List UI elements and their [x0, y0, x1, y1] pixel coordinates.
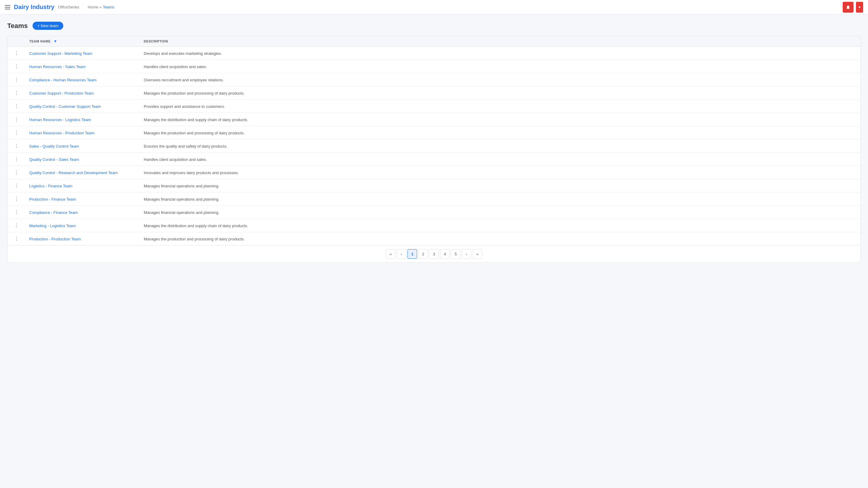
team-name-link[interactable]: Customer Support - Marketing Team — [29, 51, 92, 56]
row-actions-cell: ⋮ — [7, 139, 26, 153]
row-menu-button[interactable]: ⋮ — [12, 182, 21, 189]
row-description-cell: Manages the production and processing of… — [140, 126, 861, 139]
team-description: Manages financial operations and plannin… — [144, 184, 219, 188]
row-menu-button[interactable]: ⋮ — [12, 129, 21, 136]
row-team-name-cell: Compliance - Human Resources Team — [26, 73, 140, 87]
row-description-cell: Provides support and assistance to custo… — [140, 100, 861, 113]
pagination-page-5[interactable]: 5 — [451, 249, 461, 259]
pagination-page-2[interactable]: 2 — [418, 249, 428, 259]
team-description: Oversees recruitment and employee relati… — [144, 78, 224, 82]
team-name-link[interactable]: Compliance - Human Resources Team — [29, 78, 96, 82]
row-menu-button[interactable]: ⋮ — [12, 50, 21, 57]
row-description-cell: Manages the production and processing of… — [140, 232, 861, 246]
row-team-name-cell: Customer Support - Marketing Team — [26, 47, 140, 60]
team-name-link[interactable]: Quality Control - Research and Developme… — [29, 170, 118, 175]
col-header-desc: DESCRIPTION — [140, 36, 861, 47]
team-description: Innovates and improves dairy products an… — [144, 170, 239, 175]
row-menu-button[interactable]: ⋮ — [12, 209, 21, 216]
pagination-page-1[interactable]: 1 — [407, 249, 417, 259]
row-menu-button[interactable]: ⋮ — [12, 90, 21, 96]
row-actions-cell: ⋮ — [7, 206, 26, 219]
team-description: Manages financial operations and plannin… — [144, 210, 219, 215]
team-description: Manages the production and processing of… — [144, 131, 245, 135]
table-row: ⋮Human Resources - Production TeamManage… — [7, 126, 861, 139]
hamburger-menu-button[interactable] — [5, 5, 10, 9]
row-menu-button[interactable]: ⋮ — [12, 76, 21, 83]
team-description: Manages the production and processing of… — [144, 237, 245, 241]
team-name-link[interactable]: Customer Support - Production Team — [29, 91, 94, 96]
col-header-name: TEAM NAME ▼ — [26, 36, 140, 47]
row-team-name-cell: Quality Control - Sales Team — [26, 153, 140, 166]
pagination-page-3[interactable]: 3 — [429, 249, 439, 259]
row-menu-button[interactable]: ⋮ — [12, 222, 21, 229]
pagination-prev-button[interactable]: ‹ — [397, 249, 406, 259]
app-header: Dairy Industry OfficeSeries Home » Teams… — [0, 0, 868, 14]
breadcrumb-home-link[interactable]: Home — [88, 5, 98, 9]
row-menu-button[interactable]: ⋮ — [12, 116, 21, 123]
team-name-link[interactable]: Sales - Quality Control Team — [29, 144, 79, 149]
page-header: Teams + New team — [7, 22, 861, 30]
breadcrumb-separator: » — [99, 5, 101, 9]
row-actions-cell: ⋮ — [7, 100, 26, 113]
team-name-link[interactable]: Human Resources - Logistics Team — [29, 118, 91, 122]
team-description: Handles client acquisition and sales. — [144, 64, 207, 69]
row-team-name-cell: Compliance - Finance Team — [26, 206, 140, 219]
pagination-last-button[interactable]: » — [472, 249, 482, 259]
header-dropdown-button[interactable]: ▼ — [856, 2, 863, 13]
row-menu-button[interactable]: ⋮ — [12, 142, 21, 150]
team-name-link[interactable]: Logistics - Finance Team — [29, 184, 73, 188]
row-menu-button[interactable]: ⋮ — [12, 169, 21, 176]
team-description: Manages the distribution and supply chai… — [144, 224, 248, 228]
table-row: ⋮Customer Support - Production TeamManag… — [7, 87, 861, 100]
pagination-next-button[interactable]: › — [462, 249, 471, 259]
row-menu-button[interactable]: ⋮ — [12, 156, 21, 163]
team-name-link[interactable]: Compliance - Finance Team — [29, 210, 78, 215]
row-menu-button[interactable]: ⋮ — [12, 103, 21, 110]
row-team-name-cell: Quality Control - Research and Developme… — [26, 166, 140, 179]
table-row: ⋮Human Resources - Sales TeamHandles cli… — [7, 60, 861, 73]
main-content: Teams + New team TEAM NAME ▼ DESCRIPTION… — [0, 14, 868, 270]
breadcrumb: Home » Teams — [88, 5, 114, 9]
row-actions-cell: ⋮ — [7, 166, 26, 179]
pagination-page-4[interactable]: 4 — [440, 249, 450, 259]
team-name-link[interactable]: Quality Control - Sales Team — [29, 157, 79, 162]
row-actions-cell: ⋮ — [7, 47, 26, 60]
row-menu-button[interactable]: ⋮ — [12, 195, 21, 202]
row-team-name-cell: Quality Control - Customer Support Team — [26, 100, 140, 113]
breadcrumb-current: Teams — [103, 5, 114, 9]
row-description-cell: Manages the production and processing of… — [140, 87, 861, 100]
pagination: « ‹ 1 2 3 4 5 › » — [7, 245, 861, 262]
team-name-link[interactable]: Human Resources - Production Team — [29, 131, 95, 135]
table-row: ⋮Production - Finance TeamManages financ… — [7, 193, 861, 206]
pagination-first-button[interactable]: « — [386, 249, 396, 259]
teams-table-body: ⋮Customer Support - Marketing TeamDevelo… — [7, 47, 861, 246]
row-actions-cell: ⋮ — [7, 60, 26, 73]
team-name-link[interactable]: Marketing - Logistics Team — [29, 224, 76, 228]
row-menu-button[interactable]: ⋮ — [12, 63, 21, 70]
chevron-down-icon: ▼ — [858, 5, 861, 9]
row-team-name-cell: Sales - Quality Control Team — [26, 139, 140, 153]
team-name-link[interactable]: Quality Control - Customer Support Team — [29, 104, 101, 109]
notifications-button[interactable] — [843, 2, 854, 13]
team-name-link[interactable]: Production - Production Team — [29, 237, 81, 241]
team-name-link[interactable]: Human Resources - Sales Team — [29, 64, 86, 69]
row-actions-cell: ⋮ — [7, 153, 26, 166]
table-row: ⋮Quality Control - Customer Support Team… — [7, 100, 861, 113]
col-header-actions — [7, 36, 26, 47]
table-row: ⋮Sales - Quality Control TeamEnsures the… — [7, 139, 861, 153]
app-title: Dairy Industry — [14, 4, 54, 10]
row-team-name-cell: Production - Finance Team — [26, 193, 140, 206]
teams-table: TEAM NAME ▼ DESCRIPTION ⋮Customer Suppor… — [7, 36, 861, 245]
table-row: ⋮Quality Control - Sales TeamHandles cli… — [7, 153, 861, 166]
new-team-button[interactable]: + New team — [33, 22, 63, 30]
row-menu-button[interactable]: ⋮ — [12, 235, 21, 242]
team-name-link[interactable]: Production - Finance Team — [29, 197, 76, 201]
row-actions-cell: ⋮ — [7, 232, 26, 246]
team-description: Handles client acquisition and sales. — [144, 157, 207, 162]
row-description-cell: Handles client acquisition and sales. — [140, 60, 861, 73]
bell-icon — [846, 5, 850, 10]
header-right: ▼ — [843, 2, 863, 13]
page-title: Teams — [7, 22, 28, 30]
filter-icon[interactable]: ▼ — [54, 39, 57, 43]
table-row: ⋮Compliance - Human Resources TeamOverse… — [7, 73, 861, 87]
